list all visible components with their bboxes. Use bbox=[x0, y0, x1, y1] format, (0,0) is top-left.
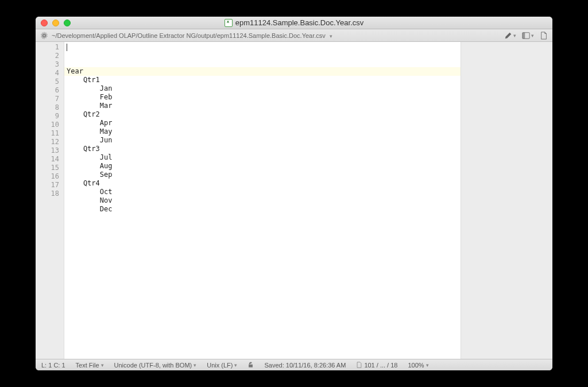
text-line[interactable]: Qtr2 bbox=[64, 110, 461, 119]
line-ending[interactable]: Unix (LF) ▾ bbox=[207, 362, 237, 369]
minimize-button[interactable] bbox=[52, 20, 59, 26]
encoding[interactable]: Unicode (UTF-8, with BOM) ▾ bbox=[114, 362, 197, 369]
text-line[interactable]: Sep bbox=[64, 171, 461, 179]
pathbar: ~/Development/Applied OLAP/Outline Extra… bbox=[36, 29, 552, 42]
text-line[interactable]: Apr bbox=[64, 119, 461, 127]
statusbar: L: 1 C: 1 Text File ▾ Unicode (UTF-8, wi… bbox=[36, 359, 552, 370]
text-line[interactable]: Aug bbox=[64, 162, 461, 171]
chevron-down-icon: ▾ bbox=[101, 362, 104, 368]
encoding-label: Unicode (UTF-8, with BOM) bbox=[114, 362, 192, 369]
cursor-position: L: 1 C: 1 bbox=[41, 362, 65, 369]
line-number: 8 bbox=[36, 103, 64, 112]
title-text: epm11124.Sample.Basic.Doc.Year.csv bbox=[235, 18, 364, 27]
text-line[interactable]: Oct bbox=[64, 188, 461, 196]
doc-stats[interactable]: 101 / ... / 18 bbox=[356, 362, 397, 369]
line-number: 2 bbox=[36, 52, 64, 60]
line-number: 11 bbox=[36, 129, 64, 138]
pencil-icon[interactable] bbox=[504, 32, 512, 40]
file-type-label: Text File bbox=[76, 362, 99, 369]
text-line[interactable]: Jun bbox=[64, 136, 461, 145]
line-number-gutter: 123456789101112131415161718 bbox=[36, 42, 64, 359]
line-number: 16 bbox=[36, 172, 64, 181]
close-button[interactable] bbox=[41, 20, 48, 26]
new-document-icon[interactable] bbox=[540, 32, 548, 40]
line-number: 1 bbox=[36, 43, 64, 52]
traffic-lights bbox=[36, 20, 71, 26]
text-line[interactable]: Dec bbox=[64, 205, 461, 214]
zoom-level[interactable]: 100% ▾ bbox=[408, 362, 428, 369]
editor-window: epm11124.Sample.Basic.Doc.Year.csv ~/Dev… bbox=[36, 17, 552, 370]
text-line[interactable]: Qtr3 bbox=[64, 145, 461, 153]
titlebar: epm11124.Sample.Basic.Doc.Year.csv bbox=[36, 17, 552, 29]
line-number: 14 bbox=[36, 155, 64, 164]
text-line[interactable]: Qtr1 bbox=[64, 76, 461, 84]
text-line[interactable]: Jan bbox=[64, 84, 461, 93]
unlock-icon bbox=[247, 362, 254, 368]
text-line[interactable]: Feb bbox=[64, 93, 461, 102]
text-line[interactable] bbox=[64, 214, 461, 222]
line-number: 17 bbox=[36, 181, 64, 189]
pencil-dropdown-icon[interactable]: ▾ bbox=[513, 33, 516, 38]
line-number: 3 bbox=[36, 60, 64, 69]
line-number: 4 bbox=[36, 69, 64, 78]
chevron-down-icon: ▾ bbox=[234, 362, 237, 368]
line-number: 15 bbox=[36, 164, 64, 172]
text-line[interactable]: Qtr4 bbox=[64, 179, 461, 188]
line-number: 9 bbox=[36, 112, 64, 121]
line-number: 7 bbox=[36, 95, 64, 103]
editor-area: 123456789101112131415161718 Year Qtr1 Ja… bbox=[36, 42, 552, 359]
lock-status[interactable] bbox=[247, 362, 254, 368]
line-number: 5 bbox=[36, 78, 64, 86]
text-line[interactable]: Jul bbox=[64, 153, 461, 162]
text-cursor bbox=[67, 44, 67, 51]
text-line[interactable]: Year bbox=[64, 67, 461, 76]
file-path[interactable]: ~/Development/Applied OLAP/Outline Extra… bbox=[52, 32, 504, 39]
text-line[interactable]: Nov bbox=[64, 196, 461, 205]
line-ending-label: Unix (LF) bbox=[207, 362, 233, 369]
text-line[interactable]: May bbox=[64, 127, 461, 136]
right-margin bbox=[461, 42, 552, 359]
line-number: 12 bbox=[36, 138, 64, 146]
file-type-icon bbox=[225, 19, 233, 27]
saved-status: Saved: 10/11/16, 8:26:36 AM bbox=[264, 362, 346, 369]
line-number: 6 bbox=[36, 86, 64, 95]
sidebar-dropdown-icon[interactable]: ▾ bbox=[531, 33, 534, 38]
zoom-label: 100% bbox=[408, 362, 424, 369]
file-type[interactable]: Text File ▾ bbox=[76, 362, 104, 369]
line-number: 13 bbox=[36, 146, 64, 155]
sidebar-icon[interactable] bbox=[522, 32, 530, 40]
text-content[interactable]: Year Qtr1 Jan Feb Mar Qtr2 Apr May Jun Q… bbox=[64, 42, 461, 359]
gear-icon[interactable] bbox=[40, 32, 48, 40]
chevron-down-icon: ▾ bbox=[194, 362, 196, 368]
document-icon bbox=[356, 362, 362, 368]
path-label: ~/Development/Applied OLAP/Outline Extra… bbox=[52, 32, 326, 39]
line-number: 18 bbox=[36, 189, 64, 198]
stats-label: 101 / ... / 18 bbox=[364, 362, 397, 369]
line-number: 10 bbox=[36, 121, 64, 129]
toolbar-right: ▾ ▾ bbox=[504, 32, 548, 40]
path-dropdown-icon[interactable]: ▾ bbox=[330, 33, 332, 39]
svg-rect-1 bbox=[523, 32, 525, 38]
chevron-down-icon: ▾ bbox=[426, 362, 429, 368]
maximize-button[interactable] bbox=[64, 20, 71, 26]
window-title: epm11124.Sample.Basic.Doc.Year.csv bbox=[36, 18, 552, 27]
text-line[interactable]: Mar bbox=[64, 102, 461, 110]
